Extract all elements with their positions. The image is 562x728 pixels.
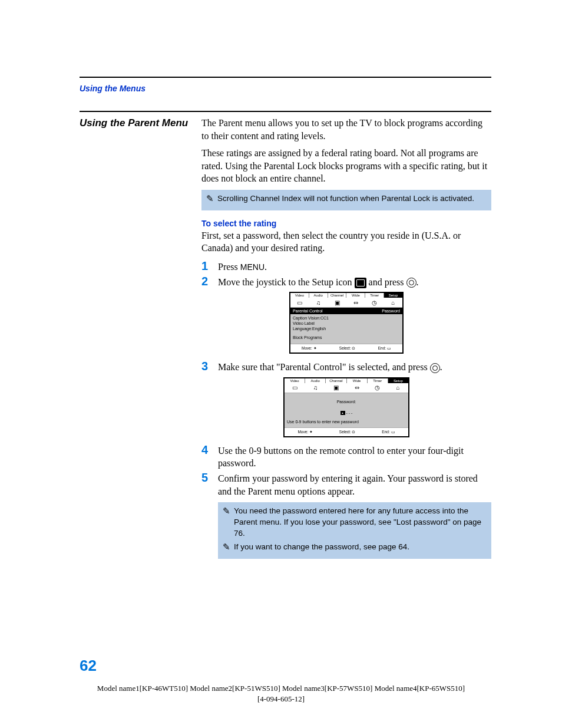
osd-tab-icon: ▣ — [328, 298, 346, 307]
step-number: 5 — [201, 471, 218, 484]
osd-tab: Channel — [326, 378, 346, 383]
step-2-text-a: Move the joystick to the Setup icon — [218, 277, 355, 287]
osd-screenshot-1: Video Audio Channel Wide Timer Setup ▭ ♫… — [289, 292, 404, 354]
note-text-2a: You need the password entered here for a… — [234, 506, 487, 539]
running-header: Using the Menus — [80, 84, 491, 93]
step-3: 3 Make sure that "Parental Control" is s… — [201, 360, 491, 374]
step-1-text-a: Press — [218, 262, 240, 272]
note-icon: ✎ — [223, 542, 230, 552]
footer-models-line: Model name1[KP-46WT510] Model name2[KP-5… — [0, 683, 562, 694]
osd-footer-item: Select: ⊙ — [339, 430, 356, 434]
osd-password-label: Password: — [287, 395, 406, 406]
note-box-2: ✎ You need the password entered here for… — [218, 502, 491, 559]
intro-paragraph-2: These ratings are assigned by a federal … — [201, 147, 491, 185]
osd-tab-icon: ◷ — [367, 383, 388, 393]
note-icon: ✎ — [206, 193, 214, 204]
osd-screenshot-2: Video Audio Channel Wide Timer Setup ▭ ♫… — [283, 377, 409, 437]
note-text-1: Scrolling Channel Index will not functio… — [217, 193, 474, 205]
page-number: 62 — [80, 657, 97, 675]
step-number: 2 — [201, 275, 218, 288]
body-column: The Parent menu allows you to set up the… — [201, 117, 491, 567]
osd-footer-item: Move: ✦ — [302, 346, 317, 351]
osd-tab-icon: ⇔ — [346, 383, 367, 393]
osd-tab-icon: ♫ — [309, 298, 328, 307]
osd-footer-item: Move: ✦ — [297, 430, 313, 434]
step-3-text-b: . — [440, 362, 442, 372]
osd-tab: Wide — [346, 293, 365, 298]
joystick-press-icon — [430, 363, 440, 373]
step-number: 3 — [201, 360, 218, 373]
top-rule — [80, 77, 491, 78]
osd-tab: Wide — [347, 378, 368, 383]
osd-row-left: Language:English — [293, 327, 326, 331]
osd-footer-item: End: ▭ — [378, 346, 391, 351]
step-3-text-a: Make sure that "Parental Control" is sel… — [218, 362, 430, 372]
osd-tab-active: Setup — [388, 378, 408, 383]
step-2-text-c: . — [416, 277, 419, 287]
step-number: 1 — [201, 259, 218, 272]
step-4-text: Use the 0-9 buttons on the remote contro… — [218, 443, 491, 470]
osd-tab: Video — [285, 378, 305, 383]
osd-tab-icon: ▭ — [290, 298, 309, 307]
osd-row-left: Parental Control — [293, 309, 323, 313]
menu-button-label: MENU — [240, 262, 265, 272]
osd-footer-item: End: ▭ — [382, 430, 395, 434]
osd-row-left: Caption Vision:CC1 — [293, 316, 329, 320]
osd-tab: Audio — [305, 378, 326, 383]
osd-tab: Audio — [309, 293, 328, 298]
step-4: 4 Use the 0-9 buttons on the remote cont… — [201, 443, 491, 470]
osd-tab-icon: ⌂ — [388, 383, 408, 393]
osd-row-left: Video Label — [293, 321, 315, 325]
note-box-1: ✎ Scrolling Channel Index will not funct… — [201, 190, 491, 210]
intro-paragraph-1: The Parent menu allows you to set up the… — [201, 117, 491, 142]
osd-tab: Timer — [365, 293, 384, 298]
osd-tab-icon: ⌂ — [384, 298, 402, 307]
footer-model-info: Model name1[KP-46WT510] Model name2[KP-5… — [0, 683, 562, 704]
osd-row-right: Password — [382, 309, 400, 313]
osd-password-hint: Use 0-9 buttons to enter new password — [287, 420, 406, 424]
intro-paragraph-3: First, set a password, then select the c… — [201, 229, 491, 255]
step-number: 4 — [201, 443, 218, 456]
step-5-text: Confirm your password by entering it aga… — [218, 471, 491, 498]
osd-tab-icon: ♫ — [305, 383, 326, 393]
osd-row-left: Block Programs — [293, 335, 322, 340]
section-rule — [80, 111, 491, 112]
osd-tab-icon: ▭ — [285, 383, 305, 393]
subsection-heading: To select the rating — [201, 219, 491, 228]
step-1: 1 Press MENU. — [201, 259, 491, 274]
side-heading: Using the Parent Menu — [80, 117, 201, 129]
osd-tab: Video — [290, 293, 309, 298]
joystick-press-icon — [406, 278, 416, 288]
osd-tab: Timer — [368, 378, 388, 383]
step-2-text-b: and press — [369, 277, 406, 287]
note-text-2b: If you want to change the password, see … — [234, 542, 409, 553]
osd-tab-icon: ▣ — [326, 383, 346, 393]
osd-footer-item: Select: ⊙ — [339, 346, 356, 351]
step-2: 2 Move the joystick to the Setup icon an… — [201, 275, 491, 289]
osd-password-dash: - - - — [346, 411, 353, 415]
note-icon: ✎ — [223, 506, 230, 516]
osd-password-digit: • — [340, 411, 345, 415]
step-1-text-c: . — [265, 262, 267, 272]
footer-doc-number: [4-094-605-12] — [0, 694, 562, 704]
osd-tab-active: Setup — [384, 293, 402, 298]
step-5: 5 Confirm your password by entering it a… — [201, 471, 491, 498]
osd-tab: Channel — [328, 293, 347, 298]
osd-tab-icon: ⇔ — [346, 298, 365, 307]
osd-tab-icon: ◷ — [365, 298, 384, 307]
setup-icon — [355, 278, 366, 288]
